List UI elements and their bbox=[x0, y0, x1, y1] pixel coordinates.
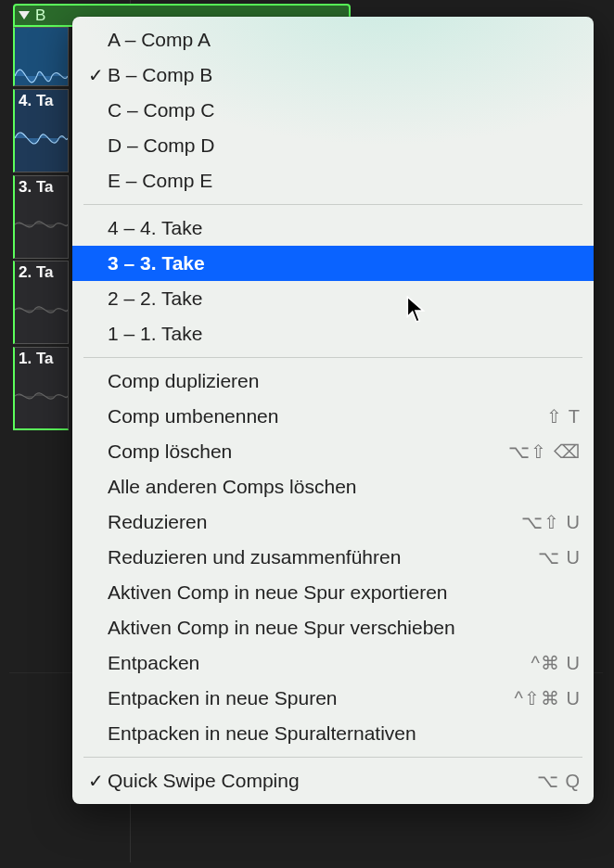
menu-item-quick-swipe-comping[interactable]: ✓ Quick Swipe Comping ⌥ Q bbox=[72, 763, 594, 798]
waveform-icon bbox=[15, 110, 68, 166]
menu-item-unpack[interactable]: Entpacken ^⌘ U bbox=[72, 645, 594, 681]
menu-item-take-3[interactable]: 3 – 3. Take bbox=[72, 246, 594, 281]
menu-item-label: Comp löschen bbox=[108, 440, 508, 463]
menu-item-label: D – Comp D bbox=[108, 134, 581, 157]
menu-item-export-active-comp[interactable]: Aktiven Comp in neue Spur exportieren bbox=[72, 575, 594, 610]
checkmark-icon: ✓ bbox=[83, 64, 108, 86]
menu-item-comp-b[interactable]: ✓ B – Comp B bbox=[72, 57, 594, 93]
menu-item-label: Comp duplizieren bbox=[108, 370, 581, 392]
checkmark-icon: ✓ bbox=[83, 770, 108, 792]
menu-item-label: E – Comp E bbox=[108, 170, 581, 192]
menu-item-shortcut: ⌥ U bbox=[538, 546, 581, 568]
menu-item-comp-e[interactable]: E – Comp E bbox=[72, 163, 594, 198]
take-folder-label: B bbox=[35, 6, 45, 25]
menu-separator bbox=[83, 757, 582, 758]
menu-item-label: 2 – 2. Take bbox=[108, 287, 581, 310]
menu-item-move-active-comp[interactable]: Aktiven Comp in neue Spur verschieben bbox=[72, 610, 594, 645]
menu-item-label: Reduzieren bbox=[108, 511, 521, 533]
menu-item-shortcut: ⌥ Q bbox=[537, 770, 581, 792]
menu-item-label: B – Comp B bbox=[108, 64, 581, 86]
menu-item-flatten[interactable]: Reduzieren ⌥⇧ U bbox=[72, 504, 594, 540]
menu-item-label: Alle anderen Comps löschen bbox=[108, 476, 581, 498]
menu-item-label: A – Comp A bbox=[108, 29, 581, 51]
menu-item-label: Aktiven Comp in neue Spur verschieben bbox=[108, 617, 581, 639]
menu-separator bbox=[83, 204, 582, 205]
menu-item-label: Comp umbenennen bbox=[108, 405, 546, 428]
menu-item-label: 1 – 1. Take bbox=[108, 323, 581, 345]
take-lane-label: 1. Ta bbox=[19, 350, 53, 368]
menu-item-unpack-alternatives[interactable]: Entpacken in neue Spuralternativen bbox=[72, 716, 594, 751]
menu-item-take-4[interactable]: 4 – 4. Take bbox=[72, 211, 594, 246]
menu-item-comp-rename[interactable]: Comp umbenennen ⇧ T bbox=[72, 399, 594, 434]
take-lane-comp[interactable] bbox=[13, 27, 69, 86]
menu-item-shortcut: ^⌘ U bbox=[531, 652, 581, 674]
take-lane-label: 3. Ta bbox=[19, 178, 53, 197]
menu-item-comp-c[interactable]: C – Comp C bbox=[72, 93, 594, 128]
menu-separator bbox=[83, 357, 582, 358]
menu-item-label: 3 – 3. Take bbox=[108, 252, 581, 274]
menu-item-label: Reduzieren und zusammenführen bbox=[108, 546, 538, 568]
menu-item-label: Entpacken bbox=[108, 652, 531, 674]
take-lane[interactable]: 1. Ta bbox=[13, 347, 69, 430]
menu-item-shortcut: ⌥⇧ U bbox=[521, 511, 581, 533]
menu-item-comp-d[interactable]: D – Comp D bbox=[72, 128, 594, 163]
take-lane[interactable]: 4. Ta bbox=[13, 89, 69, 172]
menu-item-unpack-new-tracks[interactable]: Entpacken in neue Spuren ^⇧⌘ U bbox=[72, 681, 594, 716]
take-lane-label: 4. Ta bbox=[19, 92, 53, 110]
menu-item-label: C – Comp C bbox=[108, 99, 581, 121]
menu-item-comp-delete-others[interactable]: Alle anderen Comps löschen bbox=[72, 469, 594, 504]
disclosure-triangle-icon[interactable] bbox=[19, 11, 30, 19]
menu-item-label: Quick Swipe Comping bbox=[108, 770, 537, 792]
menu-item-label: 4 – 4. Take bbox=[108, 217, 581, 239]
take-lane[interactable]: 3. Ta bbox=[13, 175, 69, 259]
menu-item-comp-duplicate[interactable]: Comp duplizieren bbox=[72, 364, 594, 399]
menu-item-take-2[interactable]: 2 – 2. Take bbox=[72, 281, 594, 316]
menu-item-flatten-merge[interactable]: Reduzieren und zusammenführen ⌥ U bbox=[72, 540, 594, 575]
menu-item-shortcut: ⌥⇧ ⌫ bbox=[508, 440, 581, 463]
menu-item-comp-delete[interactable]: Comp löschen ⌥⇧ ⌫ bbox=[72, 434, 594, 469]
menu-item-comp-a[interactable]: A – Comp A bbox=[72, 22, 594, 57]
waveform-icon bbox=[15, 197, 68, 252]
waveform-icon bbox=[15, 282, 68, 338]
menu-item-label: Entpacken in neue Spuren bbox=[108, 687, 515, 709]
take-lane-label: 2. Ta bbox=[19, 263, 53, 282]
waveform-icon bbox=[15, 368, 68, 424]
menu-item-shortcut: ⇧ T bbox=[546, 405, 581, 428]
menu-item-shortcut: ^⇧⌘ U bbox=[515, 687, 581, 709]
take-lane[interactable]: 2. Ta bbox=[13, 261, 69, 344]
menu-item-take-1[interactable]: 1 – 1. Take bbox=[72, 316, 594, 351]
take-folder-context-menu: A – Comp A ✓ B – Comp B C – Comp C D – C… bbox=[72, 17, 594, 804]
menu-item-label: Aktiven Comp in neue Spur exportieren bbox=[108, 581, 581, 604]
menu-item-label: Entpacken in neue Spuralternativen bbox=[108, 722, 581, 745]
